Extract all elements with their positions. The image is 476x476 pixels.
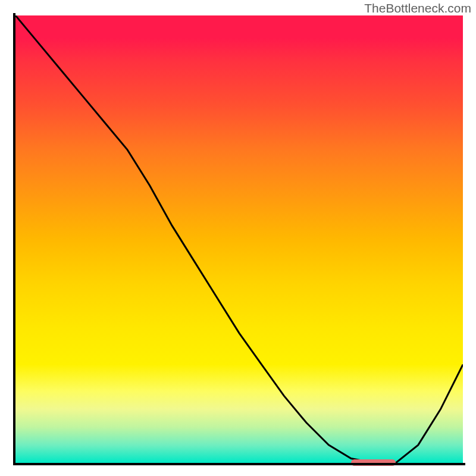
plot-gradient-background bbox=[15, 15, 463, 463]
bottleneck-chart: TheBottleneck.com bbox=[0, 0, 476, 476]
x-axis bbox=[13, 463, 465, 465]
watermark-label: TheBottleneck.com bbox=[364, 1, 471, 15]
y-axis bbox=[13, 13, 15, 465]
